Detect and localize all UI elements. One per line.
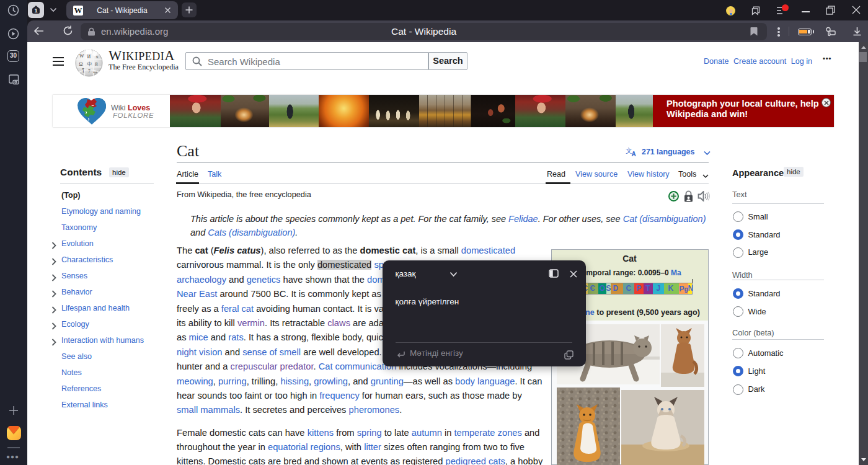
svg-text:中: 中 bbox=[87, 61, 92, 67]
svg-text:โ: โ bbox=[82, 68, 84, 74]
svg-text:1: 1 bbox=[34, 7, 37, 14]
svg-text:W: W bbox=[79, 53, 84, 59]
svg-text:A: A bbox=[632, 151, 636, 157]
svg-text:И: И bbox=[87, 54, 91, 60]
svg-text:Χ: Χ bbox=[95, 55, 99, 60]
svg-text:Ω: Ω bbox=[79, 61, 83, 67]
svg-text:7: 7 bbox=[88, 69, 91, 74]
svg-text:ب: ب bbox=[93, 69, 97, 74]
svg-text:й: й bbox=[95, 61, 98, 67]
